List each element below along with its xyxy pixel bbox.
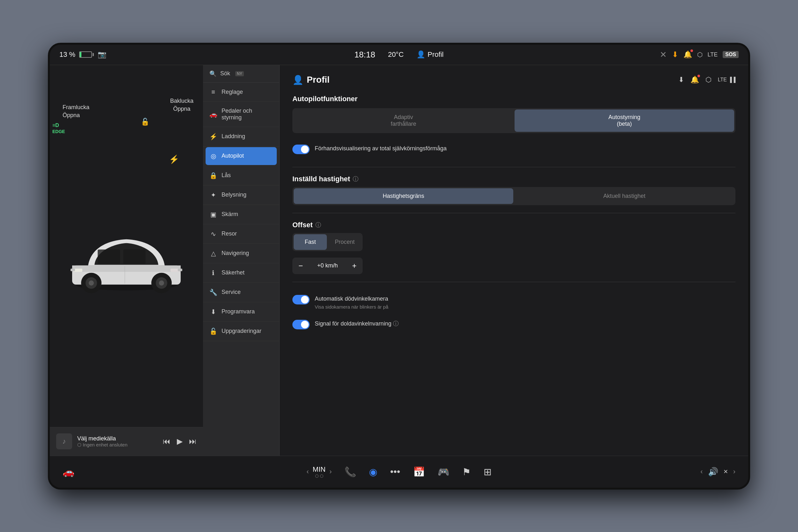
offset-section-header: Offset ⓘ bbox=[292, 221, 736, 229]
las-label: Lås bbox=[222, 172, 231, 179]
taskbar-nav-next[interactable]: › bbox=[329, 468, 331, 476]
hastighet-button-group: Hastighetsgräns Aktuell hastighet bbox=[292, 187, 736, 205]
preview-toggle-row: Förhandsvisualisering av total självkörn… bbox=[292, 139, 736, 159]
dodvinkel-toggle-row: Automatisk dödvinkelkamera Visa sidokame… bbox=[292, 290, 736, 315]
header-bluetooth-icon[interactable]: ⬡ bbox=[705, 76, 711, 84]
sos-badge[interactable]: SOS bbox=[723, 51, 739, 58]
uppgraderingar-label: Uppgraderingar bbox=[222, 328, 262, 335]
aktuell-button[interactable]: Aktuell hastighet bbox=[515, 188, 734, 204]
adaptiv-button[interactable]: Adaptivfarthållare bbox=[294, 110, 513, 132]
belysning-label: Belysning bbox=[222, 191, 246, 198]
sidebar-item-laddning[interactable]: ⚡ Laddning bbox=[203, 127, 279, 147]
dolda-toggle[interactable] bbox=[292, 320, 310, 329]
camera-icon: 📷 bbox=[98, 51, 106, 59]
status-left: 13 % 📷 bbox=[59, 51, 213, 59]
car-lock-icon: 🔓 bbox=[141, 118, 149, 126]
sidebar-item-reglage[interactable]: ≡ Reglage bbox=[203, 83, 279, 102]
resor-label: Resor bbox=[222, 230, 237, 237]
autopilot-button-group: Adaptivfarthållare Autostyrning(beta) bbox=[292, 108, 736, 133]
phone-icon: 📞 bbox=[344, 466, 356, 477]
framlucka-label[interactable]: Framlucka Öppna bbox=[62, 103, 89, 119]
dodvinkel-toggle[interactable] bbox=[292, 295, 310, 304]
speed-minus-button[interactable]: − bbox=[292, 258, 309, 274]
sidebar-item-programvara[interactable]: ⬇ Programvara bbox=[203, 302, 279, 322]
car-image bbox=[66, 217, 187, 295]
fast-button[interactable]: Fast bbox=[294, 234, 327, 250]
taskbar-right-prev[interactable]: ‹ bbox=[700, 468, 703, 476]
sidebar-item-belysning[interactable]: ✦ Belysning bbox=[203, 185, 279, 205]
search-icon: 🔍 bbox=[209, 70, 216, 77]
preview-toggle[interactable] bbox=[292, 145, 310, 154]
dodvinkel-knob bbox=[301, 296, 309, 304]
procent-button[interactable]: Procent bbox=[328, 234, 361, 250]
volume-mute-icon[interactable]: ✕ bbox=[723, 468, 728, 475]
media-next-button[interactable]: ⏭ bbox=[189, 437, 197, 446]
sidebar-item-skarm[interactable]: ▣ Skärm bbox=[203, 205, 279, 224]
header-bell[interactable]: 🔔 bbox=[690, 76, 699, 84]
taskbar-camera[interactable]: ◉ bbox=[369, 466, 377, 477]
joystick-icon: ⚑ bbox=[462, 466, 471, 477]
media-prev-button[interactable]: ⏮ bbox=[163, 437, 170, 446]
lte-icon: LTE bbox=[708, 51, 718, 58]
settings-title-text: Profil bbox=[307, 75, 330, 85]
hastighetsgrans-button[interactable]: Hastighetsgräns bbox=[294, 188, 513, 204]
dolda-label: Signal för doldavinkelnvarning ⓘ bbox=[315, 320, 399, 328]
taskbar-car[interactable]: 🚗 bbox=[62, 466, 74, 477]
preview-label: Förhandsvisualisering av total självkörn… bbox=[315, 145, 446, 153]
car-visualization: ≡D EDGE Framlucka Öppna Baklucka Öppna 🔓… bbox=[50, 65, 203, 456]
autostyrning-button[interactable]: Autostyrning(beta) bbox=[515, 110, 734, 132]
speed-plus-button[interactable]: + bbox=[346, 258, 363, 274]
navigering-label: Navigering bbox=[222, 250, 249, 256]
notification-dot bbox=[690, 50, 693, 52]
svg-rect-3 bbox=[98, 249, 120, 264]
media-play-button[interactable]: ▶ bbox=[177, 437, 183, 446]
taskbar-dots[interactable]: ••• bbox=[390, 466, 400, 477]
sidebar-item-resor[interactable]: ∿ Resor bbox=[203, 224, 279, 244]
media-controls: ⏮ ▶ ⏭ bbox=[163, 437, 197, 446]
header-icons: ⬇ 🔔 ⬡ LTE ▐▐ bbox=[678, 76, 736, 84]
taskbar-nav-sub: ⬡ ⬡ bbox=[313, 474, 326, 478]
preview-toggle-knob bbox=[301, 146, 309, 153]
media-player: ♪ Välj mediekälla ⬡ Ingen enhet ansluten… bbox=[50, 427, 203, 456]
apps-icon: 🎮 bbox=[438, 466, 450, 477]
taskbar-joystick[interactable]: ⚑ bbox=[462, 466, 471, 477]
battery-fill bbox=[80, 52, 81, 57]
calendar-icon: 📅 bbox=[413, 466, 425, 477]
offset-button-group: Fast Procent bbox=[292, 233, 363, 251]
status-profile[interactable]: 👤 Profil bbox=[417, 51, 444, 59]
baklucka-label[interactable]: Baklucka Öppna bbox=[170, 97, 193, 113]
taskbar-nav: ‹ MIN ⬡ ⬡ › bbox=[306, 465, 331, 478]
music-note-icon: ♪ bbox=[62, 437, 66, 445]
programvara-icon: ⬇ bbox=[209, 308, 217, 316]
volume-icon[interactable]: 🔊 bbox=[708, 467, 718, 477]
close-icon[interactable]: ✕ bbox=[660, 50, 667, 60]
sidebar-item-las[interactable]: 🔒 Lås bbox=[203, 166, 279, 185]
sidebar-item-uppgraderingar[interactable]: 🔓 Uppgraderingar bbox=[203, 322, 279, 341]
taskbar-nav-info: MIN ⬡ ⬡ bbox=[313, 465, 326, 478]
sidebar-item-pedaler[interactable]: 🚗 Pedaler och styrning bbox=[203, 102, 279, 127]
taskbar-nav-prev[interactable]: ‹ bbox=[306, 468, 309, 476]
download-icon[interactable]: ⬇ bbox=[672, 50, 678, 59]
taskbar-calendar[interactable]: 📅 bbox=[413, 466, 425, 477]
sidebar-item-autopilot[interactable]: ◎ Autopilot bbox=[206, 147, 277, 165]
dolda-info-icon[interactable]: ⓘ bbox=[393, 320, 399, 327]
taskbar-phone[interactable]: 📞 bbox=[344, 466, 356, 477]
menu-search[interactable]: 🔍 Sök NY bbox=[203, 65, 279, 83]
programvara-label: Programvara bbox=[222, 308, 255, 315]
taskbar-right-next[interactable]: › bbox=[733, 468, 736, 476]
header-download-icon[interactable]: ⬇ bbox=[678, 76, 684, 84]
notification-bell[interactable]: 🔔 bbox=[683, 51, 692, 59]
bluetooth-icon[interactable]: ⬡ bbox=[697, 51, 703, 58]
sidebar-item-navigering[interactable]: △ Navigering bbox=[203, 244, 279, 263]
sidebar-item-service[interactable]: 🔧 Service bbox=[203, 283, 279, 302]
sidebar-item-sakerhet[interactable]: ℹ Säkerhet bbox=[203, 263, 279, 283]
offset-info-icon[interactable]: ⓘ bbox=[316, 221, 321, 229]
hastighet-info-icon[interactable]: ⓘ bbox=[353, 175, 359, 183]
divider-2 bbox=[292, 213, 736, 213]
taskbar: 🚗 ‹ MIN ⬡ ⬡ › 📞 ◉ bbox=[50, 456, 748, 488]
taskbar-apps[interactable]: 🎮 bbox=[438, 466, 450, 477]
speed-control: − +0 km/h + bbox=[292, 258, 363, 274]
taskbar-grid[interactable]: ⊞ bbox=[483, 466, 492, 477]
service-label: Service bbox=[222, 289, 241, 296]
navigering-icon: △ bbox=[209, 250, 217, 257]
